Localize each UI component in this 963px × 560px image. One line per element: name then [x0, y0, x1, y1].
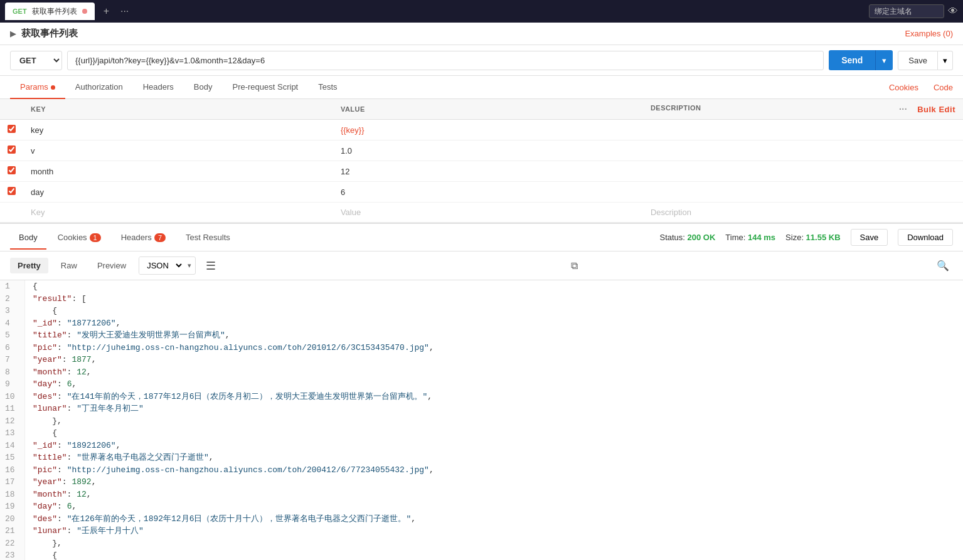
row-checkbox-cell[interactable]: [0, 182, 23, 203]
resp-tab-headers[interactable]: Headers7: [112, 226, 174, 250]
cookies-link[interactable]: Cookies: [889, 83, 918, 92]
resp-tab-cookies[interactable]: Cookies1: [49, 226, 110, 250]
line-number: 21: [5, 525, 19, 537]
row-key-cell[interactable]: key: [23, 120, 333, 140]
row-value-value: {{key}}: [341, 125, 364, 135]
tab-modified-dot: [82, 9, 87, 14]
download-button[interactable]: Download: [898, 229, 953, 246]
row-key-value: day: [31, 188, 44, 197]
row-checkbox[interactable]: [8, 187, 16, 195]
tab-authorization[interactable]: Authorization: [65, 76, 133, 99]
row-value-cell[interactable]: {{key}}: [333, 120, 643, 140]
response-bar: Body Cookies1 Headers7 Test Results Stat…: [0, 224, 963, 251]
resp-tab-test-results[interactable]: Test Results: [177, 226, 239, 250]
save-dropdown-button[interactable]: ▾: [938, 51, 953, 70]
row-desc-cell[interactable]: [643, 120, 963, 140]
domain-select-input[interactable]: 绑定主域名: [869, 4, 944, 18]
tab-bar: GET 获取事件列表 + ··· 绑定主域名 👁: [0, 0, 963, 23]
fmt-tab-pretty[interactable]: Pretty: [10, 258, 48, 273]
send-dropdown-button[interactable]: ▾: [875, 50, 893, 70]
new-tab-button[interactable]: +: [100, 4, 113, 18]
empty-value-cell[interactable]: Value: [333, 203, 643, 223]
bulk-edit-link[interactable]: Bulk Edit: [917, 105, 955, 114]
wrap-icon[interactable]: ☰: [206, 259, 216, 273]
examples-link[interactable]: Examples (0): [905, 29, 953, 38]
active-tab[interactable]: GET 获取事件列表: [5, 3, 95, 20]
col-key-header: KEY: [23, 99, 333, 120]
resp-tab-body[interactable]: Body: [10, 226, 46, 250]
code-line: {: [33, 427, 955, 440]
row-checkbox[interactable]: [8, 145, 16, 154]
row-key-cell[interactable]: v: [23, 140, 333, 161]
row-key-value: key: [31, 125, 43, 135]
line-number: 19: [5, 500, 19, 513]
fmt-tab-raw[interactable]: Raw: [53, 258, 85, 273]
line-number: 2: [5, 293, 19, 305]
line-number: 14: [5, 440, 19, 452]
code-content: { "result": [ { "_id": "18771206", "titl…: [25, 280, 963, 560]
row-checkbox-cell[interactable]: [0, 161, 23, 182]
row-checkbox-cell[interactable]: [0, 140, 23, 161]
tab-headers[interactable]: Headers: [133, 76, 184, 99]
url-bar: GET Send ▾ Save ▾: [0, 45, 963, 76]
table-row: v 1.0: [0, 140, 963, 161]
code-line: "_id": "18771206",: [33, 317, 955, 330]
row-desc-cell[interactable]: [643, 161, 963, 182]
code-line: "_id": "18921206",: [33, 440, 955, 452]
code-line: "title": "发明大王爱迪生发明世界第一台留声机",: [33, 329, 955, 342]
tab-pre-request-script[interactable]: Pre-request Script: [222, 76, 308, 99]
empty-key-cell[interactable]: Key: [23, 203, 333, 223]
copy-button[interactable]: ⧉: [567, 258, 582, 274]
headers-badge: 7: [154, 233, 166, 242]
url-input[interactable]: [67, 51, 824, 70]
code-line: "month": 12,: [33, 366, 955, 379]
row-key-cell[interactable]: month: [23, 161, 333, 182]
format-select[interactable]: JSON: [139, 257, 184, 274]
domain-selector: 绑定主域名 👁: [869, 4, 958, 18]
row-desc-cell[interactable]: [643, 140, 963, 161]
send-button[interactable]: Send: [829, 50, 875, 70]
tab-title: 获取事件列表: [32, 6, 77, 17]
row-desc-cell[interactable]: [643, 182, 963, 203]
status-code: 200 OK: [688, 233, 716, 242]
empty-desc-cell[interactable]: Description: [643, 203, 963, 223]
code-line: "des": "在126年前的今天，1892年12月6日（农历十月十八），世界著…: [33, 513, 955, 526]
col-check: [0, 99, 23, 120]
code-link[interactable]: Code: [934, 83, 953, 92]
line-number: 18: [5, 489, 19, 501]
tab-tests[interactable]: Tests: [308, 76, 347, 99]
desc-placeholder: Description: [651, 208, 691, 217]
row-value-value: 6: [341, 188, 345, 197]
eye-icon[interactable]: 👁: [948, 6, 958, 17]
row-checkbox[interactable]: [8, 125, 16, 133]
row-key-value: month: [31, 167, 53, 176]
empty-checkbox-cell: [0, 203, 23, 223]
cookies-badge: 1: [90, 233, 101, 242]
fmt-tab-preview[interactable]: Preview: [90, 258, 134, 273]
status-area: Status: 200 OK Time: 144 ms Size: 11.55 …: [659, 229, 953, 246]
send-button-group: Send ▾: [829, 50, 893, 70]
save-response-button[interactable]: Save: [851, 229, 888, 246]
more-options-icon[interactable]: ···: [899, 104, 907, 114]
params-dot: [51, 85, 55, 90]
row-checkbox[interactable]: [8, 166, 16, 174]
request-tabs: Params Authorization Headers Body Pre-re…: [0, 76, 963, 99]
line-number: 4: [5, 317, 19, 330]
row-value-cell[interactable]: 1.0: [333, 140, 643, 161]
code-line: {: [33, 549, 955, 560]
row-value-cell[interactable]: 6: [333, 182, 643, 203]
row-value-cell[interactable]: 12: [333, 161, 643, 182]
code-line: {: [33, 305, 955, 317]
code-line: "des": "在141年前的今天，1877年12月6日（农历冬月初二），发明大…: [33, 391, 955, 403]
json-response-area[interactable]: 1234567891011121314151617181920212223242…: [0, 280, 963, 560]
tab-params[interactable]: Params: [10, 76, 65, 99]
row-checkbox-cell[interactable]: [0, 120, 23, 140]
more-tabs-button[interactable]: ···: [117, 4, 132, 18]
tab-body[interactable]: Body: [184, 76, 223, 99]
line-numbers: 1234567891011121314151617181920212223242…: [0, 280, 25, 560]
status-label: Status: 200 OK: [659, 233, 715, 242]
save-button[interactable]: Save: [898, 51, 938, 70]
search-button[interactable]: 🔍: [933, 257, 953, 274]
method-select[interactable]: GET: [10, 51, 62, 70]
row-key-cell[interactable]: day: [23, 182, 333, 203]
